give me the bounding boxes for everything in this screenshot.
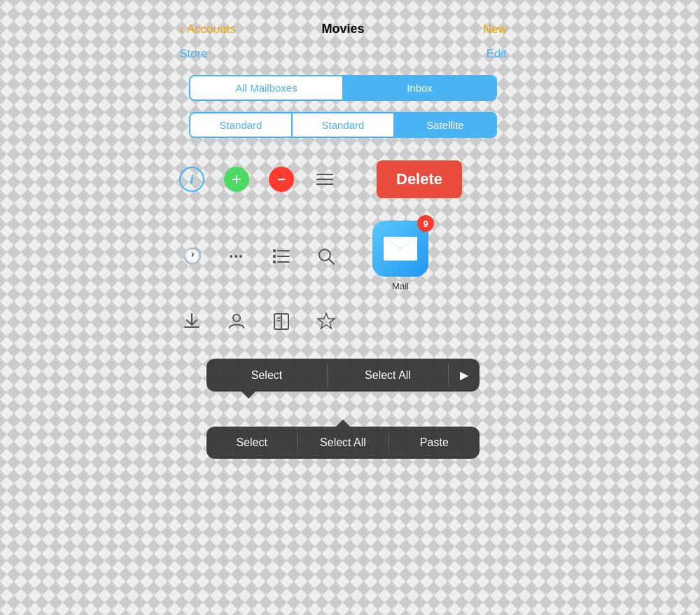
envelope-v — [384, 237, 417, 248]
back-button[interactable]: ‹ Accounts — [179, 21, 236, 37]
view-segment-container: Standard Standard Satellite — [168, 106, 518, 144]
svg-rect-1 — [277, 250, 290, 251]
more-icon[interactable]: ••• — [224, 244, 249, 269]
svg-rect-3 — [277, 256, 290, 257]
mailbox-segment-container: All Mailboxes Inbox — [168, 69, 518, 106]
view-segmented-control: Standard Standard Satellite — [189, 112, 497, 138]
icons-row-3 — [168, 303, 518, 345]
svg-rect-4 — [273, 261, 276, 263]
search-icon[interactable] — [314, 244, 339, 269]
svg-rect-2 — [273, 255, 276, 258]
svg-rect-5 — [277, 261, 290, 263]
clock-icon[interactable]: 🕐 — [179, 244, 204, 269]
sub-nav: Store Edit — [168, 44, 518, 69]
edit-button[interactable]: Edit — [486, 47, 507, 61]
back-label: Accounts — [187, 22, 236, 36]
book-icon[interactable] — [269, 308, 294, 333]
standard-tab-1[interactable]: Standard — [190, 113, 293, 137]
lower-paste-button[interactable]: Paste — [389, 427, 479, 459]
mail-badge: 9 — [417, 215, 434, 232]
hamburger-icon[interactable] — [314, 171, 336, 188]
person-icon[interactable] — [224, 308, 249, 333]
star-icon[interactable] — [314, 308, 339, 333]
svg-rect-0 — [273, 249, 276, 252]
upper-select-button[interactable]: Select — [206, 359, 327, 392]
upper-arrow-button[interactable]: ▶ — [449, 359, 479, 392]
download-icon[interactable] — [179, 308, 204, 333]
list-icon[interactable] — [269, 244, 294, 269]
mailbox-segmented-control: All Mailboxes Inbox — [189, 75, 497, 101]
lower-select-all-button[interactable]: Select All — [298, 427, 388, 459]
context-menu-upper: Select Select All ▶ — [206, 359, 479, 392]
mail-label: Mail — [372, 281, 428, 291]
minus-icon[interactable]: − — [269, 167, 294, 192]
all-mailboxes-tab[interactable]: All Mailboxes — [190, 76, 344, 99]
svg-point-10 — [233, 315, 240, 322]
lower-select-button[interactable]: Select — [206, 427, 297, 459]
hamburger-line-2 — [316, 179, 333, 180]
hamburger-line-1 — [316, 174, 333, 175]
mail-app-icon[interactable]: 9 Mail — [372, 221, 428, 291]
info-icon[interactable]: i — [179, 167, 204, 192]
icons-row-2: 🕐 ••• — [168, 209, 518, 303]
nav-bar: ‹ Accounts Movies New — [168, 14, 518, 44]
new-button[interactable]: New — [483, 22, 507, 36]
nav-title: Movies — [321, 22, 364, 36]
svg-line-7 — [329, 259, 334, 264]
upper-select-all-button[interactable]: Select All — [328, 359, 448, 392]
ui-container: ‹ Accounts Movies New Store Edit All Mai… — [168, 14, 518, 459]
hamburger-line-3 — [316, 184, 333, 185]
add-icon[interactable]: + — [224, 167, 249, 192]
store-button[interactable]: Store — [179, 47, 208, 61]
spacer — [168, 406, 518, 420]
inbox-tab[interactable]: Inbox — [344, 76, 496, 99]
icons-row-1: i + − Delete — [168, 144, 518, 209]
svg-marker-15 — [318, 313, 335, 329]
delete-button[interactable]: Delete — [377, 160, 462, 198]
mail-envelope — [384, 237, 417, 261]
context-menu-lower: Select Select All Paste — [206, 427, 479, 459]
satellite-tab[interactable]: Satellite — [395, 113, 496, 137]
svg-rect-8 — [184, 326, 200, 328]
standard-tab-2[interactable]: Standard — [293, 113, 395, 137]
back-arrow-icon: ‹ — [179, 21, 184, 37]
